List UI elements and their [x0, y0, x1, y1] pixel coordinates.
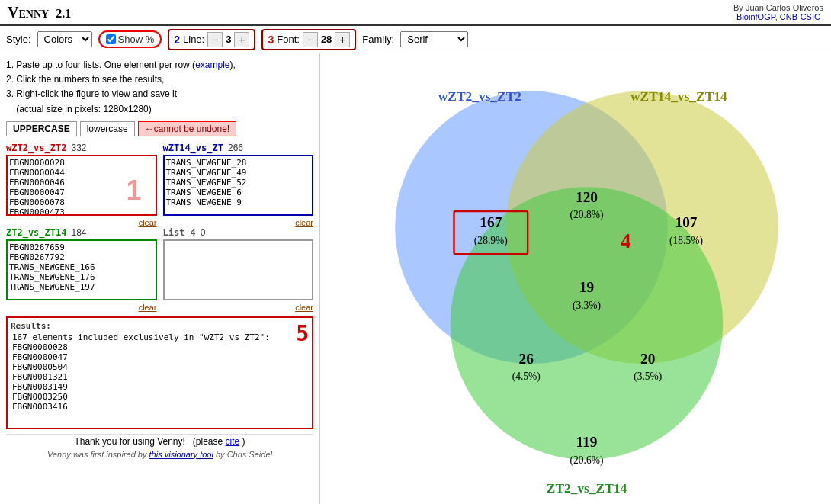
- inspired-text: Venny was first inspired by: [47, 450, 149, 459]
- instructions: 1. Paste up to four lists. One element p…: [6, 58, 313, 117]
- style-select[interactable]: Colors BW Outline: [37, 31, 92, 47]
- region-only3[interactable]: 119: [576, 434, 598, 450]
- results-textarea[interactable]: 167 elements included exclusively in "wZ…: [11, 331, 273, 422]
- circle1-label: wZT2_vs_ZT2: [438, 88, 521, 104]
- list1-header: wZT2_vs_ZT2 332: [6, 143, 157, 153]
- font-minus-button[interactable]: −: [303, 32, 318, 47]
- list4-wrapper: List 4 0 clear: [163, 227, 314, 312]
- results-label: Results:: [11, 321, 273, 331]
- list4-header: List 4 0: [163, 227, 314, 238]
- uppercase-button[interactable]: UPPERCASE: [6, 121, 77, 136]
- affiliation: BioinfOGP, CNB-CSIC: [733, 12, 823, 21]
- family-select[interactable]: Serif Sans-serif: [400, 31, 468, 47]
- app-title: Venny 2.1: [8, 4, 71, 21]
- cnb-link[interactable]: CNB-CSIC: [780, 12, 820, 21]
- toolbar: Style: Colors BW Outline Show % 2 Line: …: [0, 26, 831, 53]
- line-plus-button[interactable]: +: [234, 32, 249, 47]
- list2-count: 266: [228, 143, 243, 153]
- venn-num4: 4: [621, 230, 631, 252]
- list2-clear[interactable]: clear: [163, 218, 314, 227]
- author-name: By Juan Carlos Oliveros: [733, 3, 823, 12]
- font-plus-button[interactable]: +: [335, 32, 350, 47]
- tool-link[interactable]: this visionary tool: [149, 450, 213, 459]
- list2-title: wZT14_vs_ZT: [163, 143, 223, 153]
- lowercase-button[interactable]: lowercase: [80, 121, 135, 136]
- circle2-label: wZT14_vs_ZT14: [630, 88, 727, 104]
- list3-wrapper: ZT2_vs_ZT14 184 FBGN0267659 FBGN0267792 …: [6, 227, 157, 312]
- region-123-pct: (3.3%): [573, 299, 601, 311]
- region-13-pct: (4.5%): [512, 371, 541, 383]
- line-num-label: 2: [174, 34, 180, 46]
- case-buttons: UPPERCASE lowercase ←cannot be undone!: [6, 121, 313, 136]
- example-link[interactable]: example: [195, 59, 229, 70]
- undo-button[interactable]: ←cannot be undone!: [138, 121, 236, 136]
- line-minus-button[interactable]: −: [207, 32, 223, 47]
- results-num: 5: [296, 321, 309, 346]
- list1-count: 332: [71, 143, 86, 153]
- list1-wrapper: wZT2_vs_ZT2 332 FBGN0000028 FBGN0000044 …: [6, 143, 157, 227]
- style-label: Style:: [6, 34, 31, 45]
- left-panel: 1. Paste up to four lists. One element p…: [0, 53, 320, 504]
- font-num-label: 3: [268, 34, 274, 46]
- line-label: Line:: [183, 34, 204, 45]
- app-name: Venny: [8, 4, 49, 21]
- list2-textarea[interactable]: TRANS_NEWGENE_28 TRANS_NEWGENE_49 TRANS_…: [163, 155, 314, 216]
- region-123[interactable]: 19: [579, 279, 594, 295]
- list4-clear[interactable]: clear: [163, 303, 314, 312]
- line-value: 3: [226, 34, 231, 45]
- list4-count: 0: [201, 227, 206, 238]
- family-label: Family:: [362, 34, 394, 45]
- list4-textarea[interactable]: [163, 239, 314, 300]
- footer-text: Thank you for using Venny! (please: [74, 436, 225, 447]
- region-only1[interactable]: 167: [480, 214, 502, 230]
- region-12[interactable]: 120: [576, 188, 598, 204]
- show-percent-label: Show %: [118, 34, 155, 45]
- cite-link[interactable]: cite: [226, 436, 240, 447]
- footer: Thank you for using Venny! (please cite …: [6, 434, 313, 448]
- list2-wrapper: wZT14_vs_ZT 266 TRANS_NEWGENE_28 TRANS_N…: [163, 143, 314, 227]
- header-bar: Venny 2.1 By Juan Carlos Oliveros Bioinf…: [0, 0, 831, 26]
- list1-title: wZT2_vs_ZT2: [6, 143, 66, 153]
- region-23-pct: (3.5%): [634, 371, 662, 383]
- footer-end: ): [242, 436, 245, 447]
- list3-textarea[interactable]: FBGN0267659 FBGN0267792 TRANS_NEWGENE_16…: [6, 239, 157, 300]
- list1-clear[interactable]: clear: [6, 218, 157, 227]
- region-only2[interactable]: 107: [675, 214, 698, 230]
- footer2: Venny was first inspired by this visiona…: [6, 448, 313, 461]
- bioinfogp-link[interactable]: BioinfOGP: [736, 12, 775, 21]
- region-13[interactable]: 26: [519, 351, 534, 367]
- list-grid: wZT2_vs_ZT2 332 FBGN0000028 FBGN0000044 …: [6, 143, 313, 312]
- venn-diagram: wZT2_vs_ZT2 wZT14_vs_ZT14 ZT2_vs_ZT14 16…: [355, 58, 797, 500]
- font-value: 28: [321, 34, 332, 45]
- list3-clear[interactable]: clear: [6, 303, 157, 312]
- list3-title: ZT2_vs_ZT14: [6, 227, 66, 238]
- list1-textarea[interactable]: FBGN0000028 FBGN0000044 FBGN0000046 FBGN…: [6, 155, 157, 216]
- show-percent-checkbox[interactable]: [106, 34, 116, 44]
- region-only3-pct: (20.6%): [570, 454, 604, 466]
- by-text: by Chris Seidel: [216, 450, 272, 459]
- results-area: Results: 167 elements included exclusive…: [6, 316, 313, 429]
- font-box: 3 Font: − 28 +: [261, 29, 356, 50]
- show-percent-button[interactable]: Show %: [98, 30, 162, 48]
- list2-header: wZT14_vs_ZT 266: [163, 143, 314, 153]
- app-version: 2.1: [56, 7, 71, 20]
- region-12-pct: (20.8%): [570, 208, 604, 220]
- author-info: By Juan Carlos Oliveros BioinfOGP, CNB-C…: [733, 3, 823, 21]
- line-box: 2 Line: − 3 +: [168, 29, 255, 50]
- font-label: Font:: [277, 34, 300, 45]
- list4-title: List 4: [163, 227, 196, 238]
- region-only2-pct: (18.5%): [669, 234, 703, 246]
- right-panel: wZT2_vs_ZT2 wZT14_vs_ZT14 ZT2_vs_ZT14 16…: [320, 53, 831, 504]
- list3-header: ZT2_vs_ZT14 184: [6, 227, 157, 238]
- region-23[interactable]: 20: [640, 351, 655, 367]
- region-only1-pct: (28.9%): [474, 234, 508, 246]
- list3-count: 184: [71, 227, 86, 238]
- circle3-label: ZT2_vs_ZT14: [547, 480, 627, 496]
